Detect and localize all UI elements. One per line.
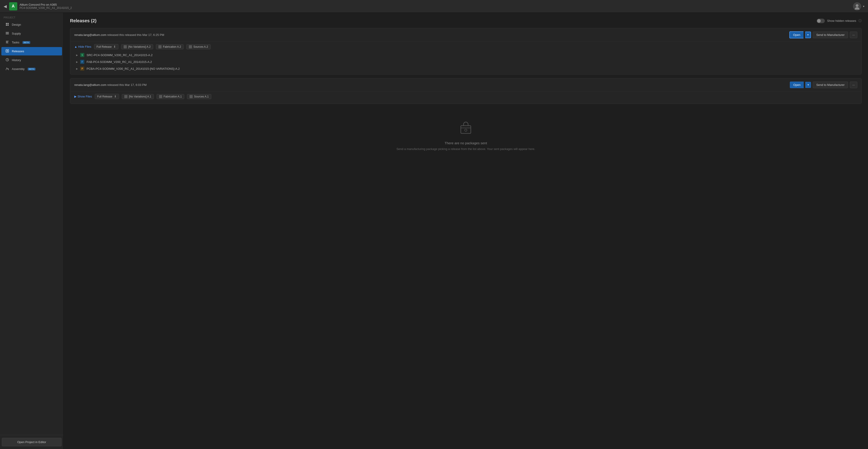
app-title-block: Altium Concord Pro on A365 PC4-SODIMM_V2… (20, 3, 72, 9)
release-1-manufacturer-button[interactable]: Send to Manufacturer (813, 32, 848, 38)
release-1-tag-sources: Sources A.2 (186, 44, 211, 49)
file-item-src-name: SRC-PC4-SODIMM_V200_RC_A1_20141015-A.2 (87, 54, 152, 57)
release-1-tag-fabrication: Fabrication A.2 (156, 44, 184, 49)
supply-icon (5, 31, 9, 36)
release-2-user-email: renata.lang@altium.com (74, 83, 106, 87)
tasks-icon (5, 40, 9, 44)
release-2-tag-fabrication: Fabrication A.1 (157, 94, 184, 99)
release-1-files-section: ▲ Hide Files Full Release ⬇ [No Variatio… (70, 42, 861, 74)
release-2-files-section: ▶ Show Files Full Release ⬇ [No Variatio… (70, 92, 861, 104)
avatar-caret[interactable]: ▾ (863, 5, 864, 8)
file-item-fab[interactable]: ▶ F FAB-PC4-SODIMM_V200_RC_A1_20141015-A… (74, 58, 857, 65)
top-bar-left: ◀ A Altium Concord Pro on A365 PC4-SODIM… (4, 2, 72, 10)
sidebar-item-design[interactable]: Design (1, 21, 62, 29)
release-card-2: renata.lang@altium.com released this Mar… (70, 78, 862, 104)
fabrication-icon-1 (158, 45, 161, 49)
file-item-fab-caret: ▶ (76, 61, 78, 63)
file-icon-src: S (80, 53, 84, 57)
release-2-manufacturer-button[interactable]: Send to Manufacturer (813, 82, 848, 88)
release-2-actions: Open ▾ Send to Manufacturer ··· (790, 82, 857, 88)
file-item-src-caret: ▶ (76, 54, 78, 56)
releases-icon (5, 49, 9, 54)
download-icon-1: ⬇ (113, 45, 116, 49)
app-icon: A (9, 2, 17, 10)
sidebar-item-assembly[interactable]: Assembly Beta (1, 65, 62, 73)
avatar-icon (854, 3, 860, 9)
fabrication-icon-2 (159, 95, 162, 98)
top-bar-right: ▾ (853, 2, 864, 10)
release-2-tag-sources: Sources A.1 (187, 94, 211, 99)
file-item-src[interactable]: ▶ S SRC-PC4-SODIMM_V200_RC_A1_20141015-A… (74, 52, 857, 58)
empty-state-description: Send a manufacturing package picking a r… (397, 147, 535, 152)
release-1-open-caret-button[interactable]: ▾ (805, 32, 811, 38)
release-1-files-toggle-row: ▲ Hide Files Full Release ⬇ [No Variatio… (74, 44, 857, 49)
release-2-released-text-inner: released this (107, 83, 125, 87)
sidebar-item-releases[interactable]: Releases (1, 47, 62, 56)
svg-rect-4 (6, 34, 9, 34)
release-card-1: renata.lang@altium.com released this rel… (70, 28, 862, 74)
sidebar-item-design-label: Design (12, 23, 21, 26)
svg-rect-6 (6, 42, 8, 42)
release-2-info: renata.lang@altium.com released this Mar… (74, 83, 147, 87)
release-2-open-caret-button[interactable]: ▾ (806, 82, 811, 88)
release-1-more-button[interactable]: ··· (850, 32, 857, 38)
release-1-tag-full-release: Full Release ⬇ (94, 44, 119, 49)
svg-rect-3 (6, 33, 9, 33)
no-variations-icon-2 (124, 95, 127, 98)
download-icon-2: ⬇ (114, 95, 117, 98)
file-item-pcba[interactable]: ▶ P PCBA-PC4-SODIMM_V200_RC_A1_20141015-… (74, 65, 857, 72)
sidebar-spacer (0, 73, 63, 435)
release-1-info: renata.lang@altium.com released this rel… (74, 33, 164, 37)
file-item-fab-name: FAB-PC4-SODIMM_V200_RC_A1_20141015-A.2 (87, 60, 152, 64)
empty-state: There are no packages sent Send a manufa… (70, 107, 862, 165)
sidebar-item-history-label: History (12, 58, 21, 62)
full-release-label-2: Full Release (97, 95, 113, 98)
sidebar-item-assembly-label: Assembly (12, 67, 25, 71)
content-area: Releases (2) Show hidden releases ⓘ rena… (64, 13, 868, 449)
fabrication-label-2: Fabrication A.1 (164, 95, 182, 98)
release-2-show-files-button[interactable]: ▶ Show Files (74, 95, 92, 98)
top-bar: ◀ A Altium Concord Pro on A365 PC4-SODIM… (0, 0, 868, 13)
sources-label-1: Sources A.2 (193, 45, 208, 49)
release-1-header: renata.lang@altium.com released this rel… (70, 28, 861, 42)
release-1-file-list: ▶ S SRC-PC4-SODIMM_V200_RC_A1_20141015-A… (74, 52, 857, 72)
sidebar-section-label: PROJECT (0, 13, 63, 20)
release-2-header: renata.lang@altium.com released this Mar… (70, 78, 861, 92)
release-1-released-text-inner: released this (125, 33, 142, 37)
sidebar-item-history[interactable]: History (1, 56, 62, 64)
release-1-hide-files-button[interactable]: ▲ Hide Files (74, 45, 91, 49)
release-2-more-button[interactable]: ··· (850, 82, 857, 88)
release-1-user-email: renata.lang@altium.com (74, 33, 106, 37)
avatar[interactable] (853, 2, 861, 10)
file-item-pcba-name: PCBA-PC4-SODIMM_V200_RC_A1_20141015-[NO … (87, 67, 180, 70)
design-icon (5, 23, 9, 27)
assembly-beta-badge: Beta (28, 68, 35, 70)
tasks-beta-badge: Beta (23, 41, 30, 44)
release-2-open-button[interactable]: Open (790, 82, 804, 88)
sidebar: PROJECT Design Supply Tasks Beta Releas (0, 13, 64, 449)
release-1-released-text: released this (107, 33, 124, 37)
release-1-open-button[interactable]: Open (789, 31, 803, 38)
release-2-tag-full-release: Full Release ⬇ (95, 94, 119, 99)
empty-state-title: There are no packages sent (445, 141, 487, 145)
release-1-timestamp: Mar 17, 6:25 PM (142, 33, 164, 37)
svg-point-1 (855, 7, 860, 9)
toggle-label: Show hidden releases (827, 19, 856, 23)
file-icon-pcba: P (80, 67, 84, 71)
sidebar-item-tasks[interactable]: Tasks Beta (1, 38, 62, 46)
open-project-button[interactable]: Open Project in Editor (2, 438, 62, 446)
release-2-timestamp: Mar 17, 6:03 PM (125, 83, 147, 87)
svg-point-0 (856, 4, 859, 7)
show-hidden-toggle[interactable] (817, 19, 825, 23)
back-button[interactable]: ◀ (4, 4, 7, 9)
sources-icon-2 (189, 95, 193, 98)
help-icon[interactable]: ⓘ (859, 19, 862, 23)
hide-files-caret: ▲ (74, 45, 77, 49)
svg-point-9 (7, 51, 8, 52)
svg-rect-11 (461, 126, 471, 133)
sidebar-item-supply[interactable]: Supply (1, 29, 62, 38)
sidebar-bottom: Open Project in Editor (0, 435, 63, 449)
app-name: Altium Concord Pro on A365 (20, 3, 72, 6)
release-2-files-toggle-row: ▶ Show Files Full Release ⬇ [No Variatio… (74, 94, 857, 99)
sources-label-2: Sources A.1 (194, 95, 209, 98)
